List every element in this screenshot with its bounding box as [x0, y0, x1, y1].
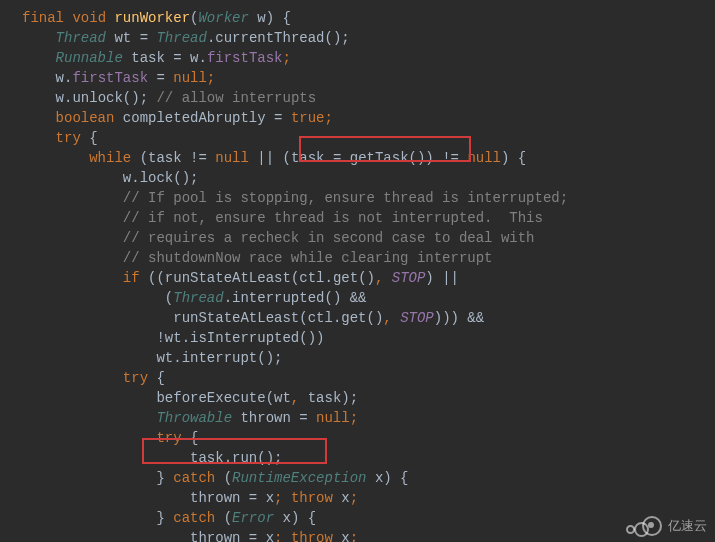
indent: [22, 390, 156, 406]
indent: [22, 170, 123, 186]
op-assign: =: [173, 50, 190, 66]
call-isinterrupted: isInterrupted: [190, 330, 299, 346]
comma: ,: [383, 310, 400, 326]
parens: ()): [409, 150, 443, 166]
const-stop: STOP: [400, 310, 434, 326]
var-wt: wt: [114, 30, 139, 46]
paren-brace: ) {: [383, 470, 408, 486]
indent: [22, 50, 56, 66]
code-line: try {: [22, 428, 715, 448]
field-firsttask: firstTask: [72, 70, 156, 86]
type-worker: Worker: [198, 10, 257, 26]
indent: [22, 470, 156, 486]
indent: [22, 210, 123, 226]
code-line: // if not, ensure thread is not interrup…: [22, 208, 715, 228]
type-runnable: Runnable: [56, 50, 132, 66]
var-task: task: [131, 50, 173, 66]
call-beforeexecute: beforeExecute: [156, 390, 265, 406]
var-w: w: [56, 70, 64, 86]
code-line: final void runWorker(Worker w) {: [22, 8, 715, 28]
code-line: beforeExecute(wt, task);: [22, 388, 715, 408]
comment: // If pool is stopping, ensure thread is…: [123, 190, 568, 206]
cloud-dot-icon: [648, 522, 654, 528]
dot: .: [182, 330, 190, 346]
semi: ;: [324, 110, 332, 126]
var-thrown: thrown: [190, 490, 249, 506]
kw-null: null: [467, 150, 501, 166]
indent: [22, 70, 56, 86]
code-line: w.lock();: [22, 168, 715, 188]
op-assign: =: [249, 490, 266, 506]
code-line: // requires a recheck in second case to …: [22, 228, 715, 248]
code-line: !wt.isInterrupted()): [22, 328, 715, 348]
paren-brace: ) {: [291, 510, 316, 526]
paren-brace: ) {: [501, 150, 526, 166]
parens: ))): [434, 310, 468, 326]
call-lock: lock: [140, 170, 174, 186]
parens: (): [367, 310, 384, 326]
kw-throw: throw: [291, 530, 341, 542]
indent: [22, 350, 156, 366]
code-line: w.unlock(); // allow interrupts: [22, 88, 715, 108]
op-assign: =: [299, 410, 316, 426]
kw-throw: throw: [291, 490, 341, 506]
indent: [22, 250, 123, 266]
indent: [22, 430, 156, 446]
var-x: x: [266, 490, 274, 506]
comment: // allow interrupts: [156, 90, 316, 106]
code-line: Runnable task = w.firstTask;: [22, 48, 715, 68]
var-thrown: thrown: [190, 530, 249, 542]
semi: ;: [274, 490, 291, 506]
code-line: // If pool is stopping, ensure thread is…: [22, 188, 715, 208]
type-error: Error: [232, 510, 282, 526]
code-line: (Thread.interrupted() &&: [22, 288, 715, 308]
comma: ,: [291, 390, 308, 406]
call-get: get: [333, 270, 358, 286]
call-interrupted: interrupted: [232, 290, 324, 306]
call-runstateatleast: runStateAtLeast: [173, 310, 299, 326]
type-thread: Thread: [156, 30, 206, 46]
indent: [22, 530, 190, 542]
parens: ((: [148, 270, 165, 286]
dot: .: [198, 50, 206, 66]
semi: ;: [283, 50, 291, 66]
var-x: x: [341, 530, 349, 542]
semi: ;: [274, 530, 291, 542]
method-name: runWorker: [114, 10, 190, 26]
code-line: if ((runStateAtLeast(ctl.get(), STOP) ||: [22, 268, 715, 288]
code-line: } catch (RuntimeException x) {: [22, 468, 715, 488]
type-throwable: Throwable: [156, 410, 240, 426]
indent: [22, 310, 173, 326]
code-line: w.firstTask = null;: [22, 68, 715, 88]
parens-semi: ();: [257, 450, 282, 466]
call-currentthread: currentThread: [215, 30, 324, 46]
op-neq: !=: [442, 150, 467, 166]
const-stop: STOP: [392, 270, 426, 286]
var-x: x: [282, 510, 290, 526]
var-x: x: [341, 490, 349, 506]
semi: ;: [350, 490, 358, 506]
cloud-dot2-icon: [626, 525, 635, 534]
expr: (ctl: [291, 270, 325, 286]
op-not: !: [156, 330, 164, 346]
paren-brace: ) {: [266, 10, 291, 26]
expr: task);: [308, 390, 358, 406]
code-line: task.run();: [22, 448, 715, 468]
code-line: thrown = x; throw x;: [22, 488, 715, 508]
dot: .: [173, 350, 181, 366]
kw-try: try: [156, 430, 190, 446]
code-line: try {: [22, 368, 715, 388]
parens-semi: ();: [173, 170, 198, 186]
var-task: task: [190, 450, 224, 466]
code-line: runStateAtLeast(ctl.get(), STOP))) &&: [22, 308, 715, 328]
kw-final: final: [22, 10, 72, 26]
parens: (): [324, 290, 349, 306]
indent: [22, 130, 56, 146]
indent: [22, 410, 156, 426]
indent: [22, 150, 89, 166]
comma: ,: [375, 270, 392, 286]
indent: [22, 90, 56, 106]
kw-try: try: [123, 370, 157, 386]
op-assign: =: [333, 150, 350, 166]
var-wt: wt: [156, 350, 173, 366]
